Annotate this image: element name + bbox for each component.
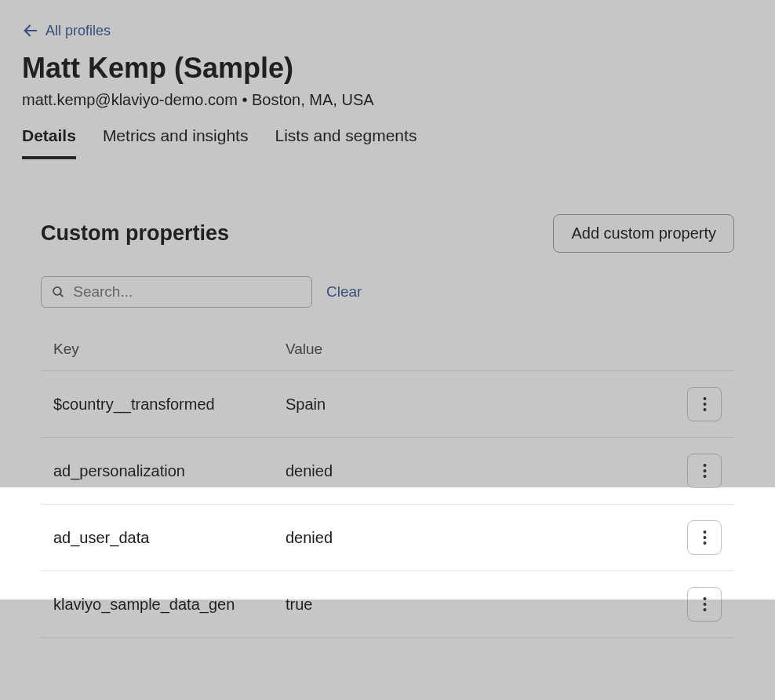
row-actions-button[interactable] bbox=[687, 520, 722, 555]
table-row: $country__transformed Spain bbox=[41, 371, 734, 438]
svg-point-5 bbox=[703, 408, 706, 411]
more-vertical-icon bbox=[703, 463, 707, 479]
row-value: Spain bbox=[286, 396, 675, 414]
table-row: ad_personalization denied bbox=[41, 438, 734, 505]
tab-lists[interactable]: Lists and segments bbox=[275, 126, 417, 159]
search-icon bbox=[51, 284, 65, 300]
tabs: Details Metrics and insights Lists and s… bbox=[22, 126, 753, 159]
row-actions-button[interactable] bbox=[687, 387, 722, 421]
svg-point-14 bbox=[703, 608, 706, 611]
svg-line-2 bbox=[60, 293, 64, 297]
card-title: Custom properties bbox=[41, 221, 229, 246]
svg-point-10 bbox=[703, 536, 706, 539]
row-action bbox=[675, 387, 722, 421]
profile-name: Matt Kemp (Sample) bbox=[22, 52, 753, 85]
search-input[interactable] bbox=[73, 283, 302, 301]
row-key: ad_user_data bbox=[53, 529, 286, 547]
svg-point-6 bbox=[703, 464, 706, 467]
row-action bbox=[675, 520, 722, 555]
svg-point-7 bbox=[703, 469, 706, 472]
content-area: Custom properties Add custom property Cl… bbox=[0, 159, 775, 660]
header-key: Key bbox=[53, 341, 286, 358]
svg-point-11 bbox=[703, 541, 706, 545]
row-value: denied bbox=[286, 529, 675, 547]
row-action bbox=[675, 587, 722, 622]
svg-point-12 bbox=[703, 597, 706, 600]
row-key: $country__transformed bbox=[53, 396, 286, 414]
clear-link[interactable]: Clear bbox=[326, 283, 362, 301]
row-key: klaviyo_sample_data_gen bbox=[53, 596, 286, 614]
back-link[interactable]: All profiles bbox=[22, 22, 111, 39]
header-action bbox=[675, 341, 722, 358]
svg-point-3 bbox=[703, 397, 706, 400]
table-row: klaviyo_sample_data_gen true bbox=[41, 571, 734, 638]
svg-point-8 bbox=[703, 475, 706, 478]
svg-point-13 bbox=[703, 603, 706, 606]
table-header: Key Value bbox=[41, 326, 734, 371]
profile-page: All profiles Matt Kemp (Sample) matt.kem… bbox=[0, 0, 775, 700]
properties-table: Key Value $country__transformed Spain ad… bbox=[41, 326, 734, 638]
separator: • bbox=[238, 91, 252, 108]
add-custom-property-button[interactable]: Add custom property bbox=[553, 214, 734, 253]
search-row: Clear bbox=[41, 276, 734, 308]
table-row: ad_user_data denied bbox=[41, 505, 734, 571]
more-vertical-icon bbox=[703, 396, 707, 412]
custom-properties-card: Custom properties Add custom property Cl… bbox=[14, 188, 761, 646]
arrow-left-icon bbox=[22, 22, 39, 39]
row-value: true bbox=[286, 596, 675, 614]
search-box[interactable] bbox=[41, 276, 312, 308]
more-vertical-icon bbox=[703, 596, 707, 612]
profile-subtitle: matt.kemp@klaviyo-demo.com • Boston, MA,… bbox=[22, 91, 753, 109]
card-header: Custom properties Add custom property bbox=[41, 214, 734, 253]
svg-point-4 bbox=[703, 403, 706, 406]
more-vertical-icon bbox=[703, 530, 707, 545]
profile-location: Boston, MA, USA bbox=[252, 91, 374, 108]
row-actions-button[interactable] bbox=[687, 587, 722, 622]
row-action bbox=[675, 454, 722, 488]
row-key: ad_personalization bbox=[53, 462, 286, 480]
tab-details[interactable]: Details bbox=[22, 126, 76, 159]
row-actions-button[interactable] bbox=[687, 454, 722, 488]
svg-point-1 bbox=[53, 287, 61, 295]
back-link-label: All profiles bbox=[45, 23, 111, 39]
header-value: Value bbox=[286, 341, 675, 358]
page-header: All profiles Matt Kemp (Sample) matt.kem… bbox=[0, 0, 775, 159]
tab-metrics[interactable]: Metrics and insights bbox=[103, 126, 249, 159]
profile-email: matt.kemp@klaviyo-demo.com bbox=[22, 91, 238, 108]
svg-point-9 bbox=[703, 530, 706, 534]
row-value: denied bbox=[286, 462, 675, 480]
